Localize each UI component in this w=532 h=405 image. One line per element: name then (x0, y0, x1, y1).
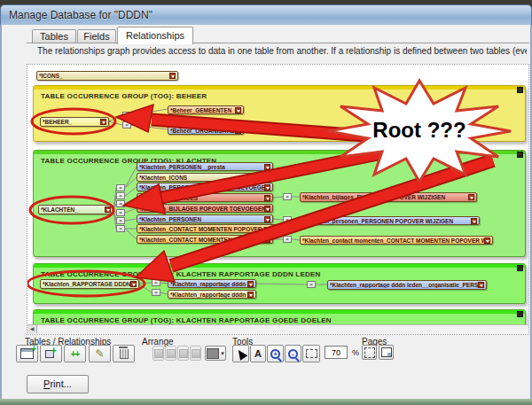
color-swatch-icon (207, 348, 219, 359)
table-occurrence-klachten-personen-popover[interactable]: *Klachten_PERSONEN POPOVER TOEVOEGEN (137, 183, 273, 191)
distribute-horizontal-button[interactable] (177, 346, 189, 361)
relationships-graph[interactable]: TABLE OCCURRENCE GROUP (TOG): BEHEER TAB… (27, 64, 529, 335)
relationship-operator[interactable]: = (116, 225, 125, 232)
table-name: *Klachten_contact momenten_CONTACT MOMEN… (302, 238, 484, 244)
align-top-button[interactable] (165, 346, 176, 361)
table-menu-icon[interactable] (259, 175, 265, 181)
table-menu-icon[interactable] (247, 292, 254, 298)
table-occurrence-klachten[interactable]: *KLACHTEN_ (38, 205, 113, 214)
table-menu-icon[interactable] (247, 281, 254, 287)
zoom-out-button[interactable]: - (285, 345, 301, 362)
relationship-operator[interactable]: = (152, 289, 160, 296)
table-name: *Klachten_CONTACT MOMENTEN POPOVER TOEVO… (139, 226, 270, 232)
horizontal-scrollbar[interactable]: ◀ (27, 324, 528, 334)
table-occurrence-klachten-bijlages[interactable]: *Klachten_BIJLAGES (137, 193, 273, 202)
table-menu-icon[interactable] (264, 195, 270, 201)
table-menu-icon[interactable] (100, 119, 106, 125)
table-name: *Klachten_bijlages_BIJLAGES POPOVER WIJZ… (302, 194, 445, 200)
relationship-plus-icon: + (45, 350, 54, 358)
dialog-title: Manage Database for "DDDN" (1, 5, 531, 25)
table-occurrence-klachten-contact-momenten-popover[interactable]: *Klachten_CONTACT MOMENTEN POPOVER TOEVO… (137, 224, 278, 233)
color-swatch-button[interactable]: ▾ (205, 346, 226, 361)
table-menu-icon[interactable] (264, 164, 270, 170)
delete-button[interactable] (113, 345, 135, 362)
table-name: *Klachten_PERSONEN (139, 216, 201, 222)
table-name: *Klachten_BIJLAGES POPOVER TOEVOEGEN (139, 206, 264, 212)
pointer-tool-button[interactable] (232, 345, 249, 362)
edit-button[interactable]: ✎ (89, 345, 111, 362)
distribute-horizontal-icon (179, 349, 188, 358)
selection-tool-button[interactable] (302, 345, 320, 362)
table-occurrence-klachten-contact-momenten[interactable]: *Klachten_CONTACT MOMENTEN (137, 235, 273, 244)
page-breaks-button[interactable] (379, 345, 394, 360)
table-menu-icon[interactable] (468, 194, 474, 200)
table-menu-icon[interactable] (169, 73, 176, 79)
align-left-button[interactable] (153, 346, 164, 361)
table-occurrence-klachten-personen-prestaties[interactable]: *Klachten_PERSONEN__presta (137, 162, 273, 171)
relationship-operator[interactable]: = (116, 200, 125, 207)
table-menu-icon[interactable] (264, 206, 270, 212)
table-occurrence-rapportage-organisatie[interactable]: *Klachten_rapportage dddn leden__organis… (168, 279, 256, 288)
relationship-operator[interactable]: = (307, 281, 316, 288)
table-occurrence-klachten-personen-wijzigen[interactable]: *Klachten_personen_PERSONEN POPOVER WIJZ… (300, 216, 480, 225)
dialog-titlebar[interactable]: Manage Database for "DDDN" (0, 4, 532, 25)
relationship-operator[interactable]: = (122, 112, 131, 119)
relationship-operator[interactable]: = (116, 217, 125, 224)
table-occurrence-klachten-bijlages-wijzigen[interactable]: *Klachten_bijlages_BIJLAGES POPOVER WIJZ… (300, 192, 477, 202)
table-menu-icon[interactable] (478, 282, 484, 288)
table-name: *Klachten_rapportage dddn leden_ICONS (170, 292, 247, 298)
table-name: *KLACHTEN_ (41, 206, 78, 213)
relationship-operator[interactable]: = (283, 236, 292, 243)
tab-tables[interactable]: Tables (32, 29, 76, 43)
table-occurrence-klachten-contact-momenten-wijzigen[interactable]: *Klachten_contact momenten_CONTACT MOMEN… (300, 236, 493, 245)
align-top-icon (167, 349, 176, 358)
scroll-left-icon[interactable]: ◀ (27, 325, 37, 333)
table-menu-icon[interactable] (264, 184, 270, 191)
table-name: *ICONS_ (39, 73, 63, 79)
table-name: *Klachten_rapportage dddn leden__organis… (170, 281, 247, 287)
table-menu-icon[interactable] (270, 226, 276, 232)
page-margins-button[interactable] (362, 345, 377, 360)
table-menu-icon[interactable] (264, 216, 270, 222)
table-occurrence-icons[interactable]: *BEHEER_ *ICONS_ (36, 71, 178, 81)
background-bottom-strip (0, 399, 532, 405)
duplicate-button[interactable]: ++ (64, 345, 86, 362)
tab-fields[interactable]: Fields (77, 29, 116, 43)
text-tool-button[interactable]: A (250, 345, 266, 362)
zoom-level-input[interactable] (325, 346, 348, 359)
table-menu-icon[interactable] (484, 238, 490, 244)
table-menu-icon[interactable] (471, 218, 477, 224)
table-menu-icon[interactable] (105, 206, 111, 213)
relationship-operator[interactable]: = (116, 192, 125, 199)
table-occurrence-klachten-icons[interactable]: *Klachten_ICONS (137, 173, 268, 182)
relationship-operator[interactable]: = (283, 216, 292, 223)
table-name: *Klachten_personen_PERSONEN POPOVER WIJZ… (302, 218, 453, 224)
table-occurrence-rapportage-icons[interactable]: *Klachten_rapportage dddn leden_ICONS (168, 290, 256, 299)
table-menu-icon[interactable] (235, 107, 241, 113)
relationship-operator[interactable]: = (152, 279, 160, 286)
relationship-operator[interactable]: = (116, 184, 125, 191)
pencil-icon: ✎ (95, 348, 104, 359)
distribute-vertical-button[interactable] (190, 346, 201, 361)
table-menu-icon[interactable] (130, 281, 137, 287)
add-table-occurrence-button[interactable]: + (16, 345, 38, 362)
table-name: *Klachten_BIJLAGES (139, 195, 198, 201)
tab-relationships[interactable]: Relationships (117, 27, 193, 44)
table-occurrence-klachten-personen[interactable]: *Klachten_PERSONEN (137, 214, 273, 223)
print-button[interactable]: Print... (27, 375, 89, 393)
table-occurrence-beheer-gemeenten[interactable]: *Beheer_GEMEENTEN (168, 105, 244, 114)
table-occurrence-beheer-organisaties[interactable]: *Beheer_ORGANISATIES (168, 126, 244, 135)
add-relationship-button[interactable]: + (40, 345, 62, 362)
table-occurrence-rapportage-personen-type[interactable]: *Klachten_rapportage dddn leden__organis… (327, 280, 487, 290)
table-occurrence-beheer[interactable]: *BEHEER_ (40, 117, 109, 127)
zoom-in-icon: + (270, 349, 280, 359)
zoom-in-button[interactable]: + (267, 345, 284, 362)
table-menu-icon[interactable] (264, 237, 270, 243)
table-menu-icon[interactable] (235, 128, 241, 134)
relationship-operator[interactable]: = (122, 121, 131, 129)
table-occurrence-klachten-rapportage-dddn-leden[interactable]: *Klachten_RAPPORTAGE DDDN LEDEN (40, 279, 139, 289)
table-occurrence-klachten-bijlages-popover[interactable]: *Klachten_BIJLAGES POPOVER TOEVOEGEN (137, 204, 273, 213)
chevron-down-icon: ▾ (221, 350, 224, 357)
relationship-operator[interactable]: = (283, 193, 292, 200)
relationship-operator[interactable]: = (116, 209, 125, 216)
